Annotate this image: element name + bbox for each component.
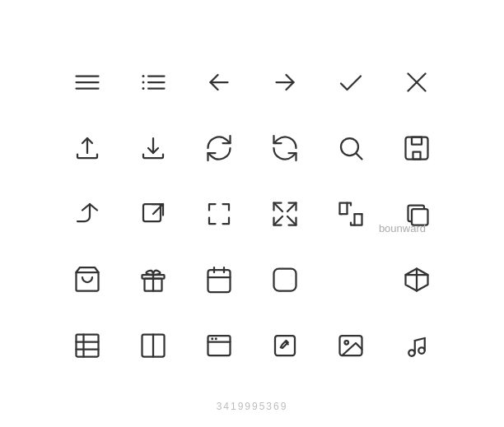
getty-id: 3419995369: [217, 401, 288, 412]
hamburger-menu-icon: [54, 49, 120, 115]
arrow-right-icon: [252, 49, 318, 115]
svg-line-54: [287, 342, 288, 344]
icon-grid: [38, 33, 466, 395]
layers-icon: [384, 181, 450, 247]
watermark-text: bounward: [379, 222, 426, 234]
svg-line-21: [153, 204, 163, 214]
svg-point-7: [142, 81, 145, 83]
svg-line-23: [287, 202, 296, 211]
svg-point-56: [345, 341, 349, 345]
compress-icon: [318, 181, 384, 247]
svg-rect-40: [274, 268, 296, 290]
svg-point-8: [142, 87, 145, 90]
download-icon: [120, 115, 186, 181]
panel-layout-icon: [120, 313, 186, 378]
calendar-icon: [186, 247, 252, 313]
expand-full-icon: [252, 181, 318, 247]
svg-point-6: [142, 75, 145, 77]
list-menu-icon: [120, 49, 186, 115]
expand-corners-icon: [186, 181, 252, 247]
svg-point-52: [215, 337, 217, 340]
edit-pen-icon: [252, 313, 318, 378]
share-forward-icon: [54, 181, 120, 247]
svg-line-22: [274, 202, 283, 211]
svg-line-24: [274, 216, 283, 225]
svg-line-25: [287, 216, 296, 225]
cube-3d-icon: [384, 247, 450, 313]
gift-icon: [120, 247, 186, 313]
svg-rect-36: [208, 270, 231, 292]
arrow-left-icon: [186, 49, 252, 115]
svg-point-51: [211, 337, 213, 340]
shopping-bag-icon: [54, 247, 120, 313]
save-floppy-icon: [384, 115, 450, 181]
upload-icon: [54, 115, 120, 181]
rounded-square-icon: [252, 247, 318, 313]
image-photo-icon: [318, 313, 384, 378]
music-note-icon: [384, 313, 450, 378]
refresh-cw-icon: [186, 115, 252, 181]
svg-line-16: [357, 153, 362, 159]
svg-point-15: [341, 138, 358, 155]
table-grid-icon: [54, 313, 120, 378]
svg-rect-18: [412, 137, 422, 144]
svg-rect-20: [143, 204, 161, 221]
close-x-icon: [384, 49, 450, 115]
browser-window-icon: [186, 313, 252, 378]
svg-rect-43: [77, 334, 99, 356]
refresh-ccw-icon: [252, 115, 318, 181]
svg-rect-19: [413, 151, 421, 159]
watermark-area: [318, 247, 384, 313]
external-link-icon: [120, 181, 186, 247]
checkmark-icon: [318, 49, 384, 115]
search-icon: [318, 115, 384, 181]
svg-rect-17: [406, 137, 428, 159]
svg-line-61: [415, 338, 425, 341]
